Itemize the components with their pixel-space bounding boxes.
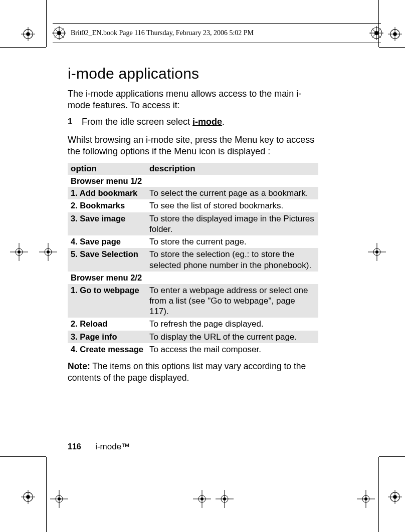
option-name: 4. Create message — [68, 343, 146, 356]
table-section-row: Browser menu 1/2 — [68, 175, 318, 187]
crop-line — [378, 457, 379, 532]
intro-paragraph-2: Whilst browsing an i-mode site, press th… — [68, 134, 318, 158]
option-name: 2. Bookmarks — [68, 199, 146, 212]
registration-mark-icon — [21, 490, 35, 504]
cross-mark-icon — [368, 243, 386, 261]
cross-mark-icon — [357, 490, 375, 508]
option-desc: To refresh the page displayed. — [146, 318, 318, 330]
option-desc: To select the current page as a bookmark… — [146, 187, 318, 199]
table-section-row: Browser menu 2/2 — [68, 272, 318, 284]
option-name: 1. Add bookmark — [68, 187, 146, 199]
column-header-description: description — [146, 163, 318, 175]
table-row: 3. Save image To store the displayed ima… — [68, 212, 318, 236]
document-header: Brit02_EN.book Page 116 Thursday, Februa… — [53, 23, 381, 43]
crop-line — [379, 456, 405, 457]
option-name: 5. Save Selection — [68, 248, 146, 272]
page-footer: 116 i-mode™ — [68, 442, 130, 452]
table-header-row: option description — [68, 163, 318, 175]
option-desc: To enter a webpage address or select one… — [146, 284, 318, 318]
header-text: Brit02_EN.book Page 116 Thursday, Februa… — [71, 29, 254, 37]
step-text: From the idle screen select i-mode. — [82, 117, 225, 127]
step-item: 1 From the idle screen select i-mode. — [68, 117, 318, 127]
option-desc: To store the displayed image in the Pict… — [146, 212, 318, 236]
cross-mark-icon — [193, 490, 211, 508]
crop-line — [46, 457, 47, 532]
table-row: 3. Page info To display the URL of the c… — [68, 331, 318, 343]
table-row: 5. Save Selection To store the selection… — [68, 248, 318, 272]
option-desc: To see the list of stored bookmarks. — [146, 199, 318, 212]
section-label: Browser menu 2/2 — [68, 272, 318, 284]
step-number: 1 — [68, 117, 82, 127]
step-keyword: i-mode — [192, 117, 222, 127]
column-header-option: option — [68, 163, 146, 175]
option-name: 2. Reload — [68, 318, 146, 330]
option-name: 1. Go to webpage — [68, 284, 146, 318]
option-name: 3. Page info — [68, 331, 146, 343]
options-table: option description Browser menu 1/2 1. A… — [68, 163, 318, 356]
chapter-name: i-mode™ — [95, 442, 130, 451]
crop-line — [379, 47, 405, 48]
section-label: Browser menu 1/2 — [68, 175, 318, 187]
option-desc: To access the mail composer. — [146, 343, 318, 356]
registration-mark-icon — [388, 27, 402, 41]
crop-line — [0, 47, 46, 48]
note-text: The items on this options list may vary … — [68, 361, 306, 383]
registration-mark-icon — [52, 26, 67, 41]
cross-mark-icon — [216, 490, 234, 508]
cross-mark-icon — [39, 243, 57, 261]
registration-mark-icon — [369, 26, 384, 41]
registration-mark-icon — [21, 27, 35, 41]
intro-paragraph: The i-mode applications menu allows acce… — [68, 88, 318, 112]
step-prefix: From the idle screen select — [82, 117, 192, 127]
cross-mark-icon — [50, 490, 68, 508]
table-row: 1. Go to webpage To enter a webpage addr… — [68, 284, 318, 318]
option-desc: To store the current page. — [146, 235, 318, 248]
registration-mark-icon — [388, 490, 402, 504]
option-name: 4. Save page — [68, 235, 146, 248]
option-desc: To display the URL of the current page. — [146, 331, 318, 343]
page-content: i-mode applications The i-mode applicati… — [68, 65, 318, 384]
table-row: 4. Save page To store the current page. — [68, 235, 318, 248]
step-suffix: . — [222, 117, 225, 127]
option-desc: To store the selection (eg.: to store th… — [146, 248, 318, 272]
page-title: i-mode applications — [68, 65, 318, 82]
table-row: 2. Bookmarks To see the list of stored b… — [68, 199, 318, 212]
note-label: Note: — [68, 361, 90, 371]
table-row: 1. Add bookmark To select the current pa… — [68, 187, 318, 199]
table-row: 2. Reload To refresh the page displayed. — [68, 318, 318, 330]
cross-mark-icon — [10, 243, 28, 261]
crop-line — [0, 456, 46, 457]
table-row: 4. Create message To access the mail com… — [68, 343, 318, 356]
option-name: 3. Save image — [68, 212, 146, 236]
page-number: 116 — [68, 442, 81, 451]
note-paragraph: Note: The items on this options list may… — [68, 361, 318, 384]
crop-line — [46, 0, 47, 47]
